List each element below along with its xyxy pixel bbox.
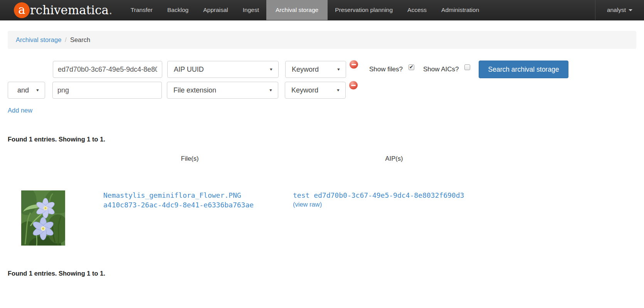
nav-item-preservation-planning[interactable]: Preservation planning (328, 0, 400, 20)
archival-storage-search-form: AIP UUID ▼ Keyword ▼ Show files? Show AI… (8, 61, 636, 114)
table-row-aip-cell: test ed7d70b0-3c67-49e5-9dc4-8e8032f690d… (287, 162, 501, 246)
breadcrumb-separator: / (65, 36, 67, 43)
logo-orange-a-icon: a (14, 2, 30, 18)
nav-item-appraisal[interactable]: Appraisal (196, 0, 235, 20)
logo-text: rchivematica (30, 3, 109, 17)
minus-circle-icon[interactable] (349, 81, 358, 89)
boolean-operator-select[interactable]: and ▼ (8, 82, 45, 99)
field-select-1-value: AIP UUID (174, 66, 204, 74)
archivematica-logo[interactable]: archivematica. (0, 0, 113, 20)
minus-circle-icon[interactable] (350, 60, 358, 69)
query-type-select-1-value: Keyword (292, 66, 319, 74)
table-row-thumbnail-cell (8, 162, 92, 246)
nav-item-ingest[interactable]: Ingest (235, 0, 266, 20)
view-raw-link[interactable]: (view raw) (293, 201, 322, 208)
file-name-link[interactable]: Nemastylis_geminiflora_Flower.PNG (103, 190, 241, 200)
user-name: analyst (607, 7, 626, 13)
table-row-file-cell: Nemastylis_geminiflora_Flower.PNG a410c8… (92, 162, 287, 246)
nav-item-access[interactable]: Access (400, 0, 434, 20)
query-type-select-1[interactable]: Keyword ▼ (285, 61, 346, 78)
nav-item-transfer[interactable]: Transfer (123, 0, 160, 20)
breadcrumb-current-page: Search (70, 36, 90, 43)
flower-photo-thumbnail (21, 190, 65, 246)
results-summary-top: Found 1 entries. Showing 1 to 1. (8, 136, 636, 143)
breadcrumb-archival-storage-link[interactable]: Archival storage (16, 36, 61, 43)
show-files-checkbox[interactable] (409, 64, 414, 70)
show-aics-checkbox[interactable] (464, 64, 470, 70)
result-thumbnail-link[interactable] (21, 190, 92, 246)
caret-down-icon (629, 9, 632, 11)
results-summary-bottom: Found 1 entries. Showing 1 to 1. (8, 270, 636, 277)
search-criterion-row: AIP UUID ▼ Keyword ▼ Show files? Show AI… (8, 61, 636, 78)
nav-item-backlog[interactable]: Backlog (160, 0, 196, 20)
show-files-label: Show files? (369, 66, 403, 73)
thumbnail-column-header (8, 154, 92, 162)
breadcrumb: Archival storage/Search (8, 31, 636, 49)
user-dropdown[interactable]: analyst (595, 0, 644, 20)
nav-item-administration[interactable]: Administration (434, 0, 486, 20)
files-column-header: File(s) (92, 154, 287, 162)
field-select-1[interactable]: AIP UUID ▼ (167, 61, 279, 78)
results-table: File(s) AIP(s) (8, 154, 501, 246)
aip-link[interactable]: test ed7d70b0-3c67-49e5-9dc4-8e8032f690d… (293, 190, 464, 200)
select-arrow-icon: ▼ (269, 67, 273, 71)
search-archival-storage-button[interactable]: Search archival storage (479, 61, 569, 78)
select-arrow-icon: ▼ (336, 88, 340, 92)
boolean-operator-value: and (17, 86, 29, 94)
query-input-1[interactable] (53, 61, 162, 78)
select-arrow-icon: ▼ (336, 67, 341, 71)
query-input-2[interactable] (52, 82, 162, 99)
file-uuid-link[interactable]: a410c873-26ac-4dc9-8e41-e6336ba763ae (103, 200, 254, 210)
query-type-select-2[interactable]: Keyword ▼ (285, 82, 346, 99)
show-aics-label: Show AICs? (423, 66, 459, 73)
add-new-link[interactable]: Add new (8, 107, 32, 114)
top-navbar: archivematica. Transfer Backlog Appraisa… (0, 0, 644, 20)
select-arrow-icon: ▼ (269, 88, 273, 92)
main-navigation: Transfer Backlog Appraisal Ingest Archiv… (123, 0, 486, 20)
search-criterion-row: and ▼ File extension ▼ Keyword ▼ (8, 82, 636, 99)
logo-period: . (109, 3, 113, 17)
aips-column-header: AIP(s) (287, 154, 501, 162)
nav-item-archival-storage[interactable]: Archival storage (266, 0, 328, 20)
select-arrow-icon: ▼ (35, 88, 40, 92)
query-type-select-2-value: Keyword (291, 86, 318, 94)
field-select-2[interactable]: File extension ▼ (167, 82, 278, 99)
field-select-2-value: File extension (173, 86, 216, 94)
